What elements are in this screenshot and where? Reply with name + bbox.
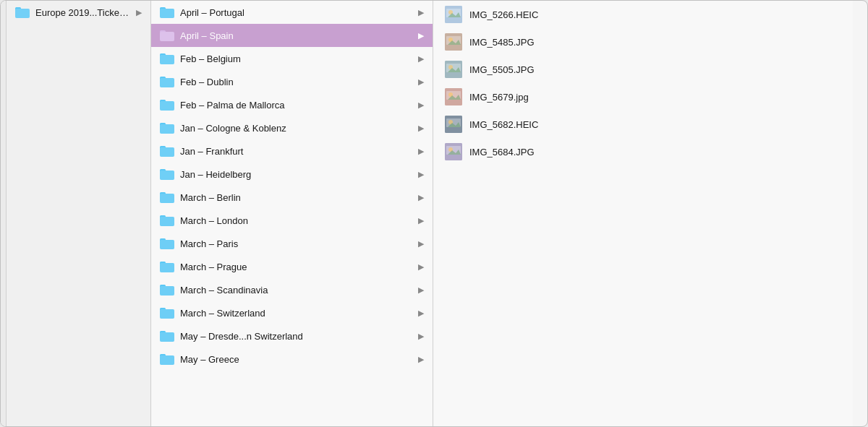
svg-rect-44 bbox=[160, 309, 174, 319]
folder-icon-may-dresden bbox=[160, 330, 174, 342]
folder-icon-jan-heidelberg bbox=[160, 168, 174, 180]
folder-item-march-paris[interactable]: March – Paris▶ bbox=[151, 232, 433, 255]
file-label-img-5679: IMG_5679.jpg bbox=[469, 92, 529, 103]
folder-label-jan-heidelberg: Jan – Heidelberg bbox=[180, 169, 412, 180]
folder-chevron-april-spain: ▶ bbox=[418, 31, 424, 40]
folder-label-april-portugal: April – Portugal bbox=[180, 7, 412, 18]
folder-icon-april-spain bbox=[160, 30, 174, 41]
folder-item-jan-heidelberg[interactable]: Jan – Heidelberg▶ bbox=[151, 163, 433, 186]
folder-chevron-jan-frankfurt: ▶ bbox=[418, 147, 424, 156]
europe-chevron: ▶ bbox=[136, 8, 142, 17]
europe-label: Europe 2019...Ticket Stubs) bbox=[35, 7, 130, 18]
svg-rect-47 bbox=[160, 332, 174, 342]
folder-label-jan-cologne: Jan – Cologne & Koblenz bbox=[180, 123, 412, 134]
svg-rect-29 bbox=[160, 194, 174, 203]
folder-chevron-jan-heidelberg: ▶ bbox=[418, 170, 424, 179]
file-item-img-5684[interactable]: IMG_5684.JPG bbox=[433, 138, 853, 165]
folder-icon-march-london bbox=[160, 215, 174, 226]
file-label-img-5684: IMG_5684.JPG bbox=[469, 147, 535, 158]
svg-rect-50 bbox=[160, 355, 174, 365]
folder-label-march-switzerland: March – Switzerland bbox=[180, 308, 412, 319]
svg-rect-38 bbox=[160, 263, 174, 272]
folder-chevron-feb-palma: ▶ bbox=[418, 100, 424, 110]
svg-rect-32 bbox=[160, 217, 174, 226]
folder-icon-jan-frankfurt bbox=[160, 145, 174, 157]
file-thumb-img-5505 bbox=[445, 61, 462, 78]
column-left-edge bbox=[1, 1, 7, 426]
folder-label-feb-belgium: Feb – Belgium bbox=[180, 53, 412, 64]
folder-icon-march-switzerland bbox=[160, 307, 174, 319]
folder-icon-feb-belgium bbox=[160, 53, 174, 64]
folder-label-may-greece: May – Greece bbox=[180, 354, 412, 365]
folder-item-jan-cologne[interactable]: Jan – Cologne & Koblenz▶ bbox=[151, 116, 433, 139]
folder-label-feb-dublin: Feb – Dublin bbox=[180, 77, 412, 87]
folder-icon-march-scandinavia bbox=[160, 284, 174, 296]
svg-rect-8 bbox=[160, 32, 174, 41]
file-thumb-img-5485 bbox=[445, 33, 462, 51]
folder-item-march-prague[interactable]: March – Prague▶ bbox=[151, 255, 433, 278]
folder-item-feb-belgium[interactable]: Feb – Belgium▶ bbox=[151, 47, 433, 70]
file-thumb-img-5682 bbox=[445, 116, 462, 133]
folder-icon-jan-cologne bbox=[160, 122, 174, 134]
folder-chevron-feb-dublin: ▶ bbox=[418, 77, 424, 87]
file-thumb-img-5679 bbox=[445, 88, 462, 105]
folder-label-may-dresden: May – Dresde...n Switzerland bbox=[180, 331, 412, 342]
folder-icon-europe bbox=[15, 7, 30, 18]
folder-chevron-march-switzerland: ▶ bbox=[418, 309, 424, 318]
folder-label-march-berlin: March – Berlin bbox=[180, 192, 412, 203]
folder-icon-feb-palma bbox=[160, 99, 174, 111]
svg-rect-26 bbox=[160, 171, 174, 180]
file-thumb-img-5266 bbox=[445, 6, 462, 23]
folder-label-jan-frankfurt: Jan – Frankfurt bbox=[180, 146, 412, 157]
svg-rect-11 bbox=[160, 55, 174, 64]
folder-label-march-london: March – London bbox=[180, 215, 412, 226]
folder-item-march-scandinavia[interactable]: March – Scandinavia▶ bbox=[151, 278, 433, 301]
folder-icon-april-portugal bbox=[160, 7, 174, 18]
file-thumb-img-5684 bbox=[445, 143, 462, 160]
folder-item-may-dresden[interactable]: May – Dresde...n Switzerland▶ bbox=[151, 324, 433, 348]
file-item-img-5505[interactable]: IMG_5505.JPG bbox=[433, 56, 853, 83]
file-item-img-5266[interactable]: IMG_5266.HEIC bbox=[433, 1, 853, 28]
folder-chevron-feb-belgium: ▶ bbox=[418, 54, 424, 64]
folder-icon-march-prague bbox=[160, 261, 174, 272]
folder-item-march-switzerland[interactable]: March – Switzerland▶ bbox=[151, 301, 433, 324]
folder-chevron-march-prague: ▶ bbox=[418, 262, 424, 272]
folder-icon-march-berlin bbox=[160, 191, 174, 203]
svg-rect-17 bbox=[160, 101, 174, 111]
folder-item-jan-frankfurt[interactable]: Jan – Frankfurt▶ bbox=[151, 139, 433, 163]
folder-chevron-march-scandinavia: ▶ bbox=[418, 285, 424, 295]
sidebar-item-europe2019[interactable]: Europe 2019...Ticket Stubs) ▶ bbox=[7, 1, 150, 24]
column-2-folders[interactable]: April – Portugal▶ April – Spain▶ Feb – B… bbox=[151, 1, 433, 426]
folder-item-april-portugal[interactable]: April – Portugal▶ bbox=[151, 1, 433, 24]
svg-rect-14 bbox=[160, 78, 174, 87]
folder-chevron-may-greece: ▶ bbox=[418, 355, 424, 364]
folder-label-feb-palma: Feb – Palma de Mallorca bbox=[180, 100, 412, 111]
folder-chevron-march-berlin: ▶ bbox=[418, 193, 424, 202]
folder-icon-feb-dublin bbox=[160, 76, 174, 87]
svg-rect-5 bbox=[160, 9, 174, 18]
column-1: Europe 2019...Ticket Stubs) ▶ bbox=[7, 1, 151, 426]
file-item-img-5679[interactable]: IMG_5679.jpg bbox=[433, 83, 853, 111]
svg-rect-2 bbox=[15, 9, 30, 18]
file-label-img-5505: IMG_5505.JPG bbox=[469, 64, 535, 75]
folder-item-feb-dublin[interactable]: Feb – Dublin▶ bbox=[151, 70, 433, 93]
folder-label-march-paris: March – Paris bbox=[180, 238, 412, 249]
folder-chevron-jan-cologne: ▶ bbox=[418, 124, 424, 133]
folder-icon-march-paris bbox=[160, 238, 174, 249]
svg-rect-23 bbox=[160, 147, 174, 157]
folder-item-march-berlin[interactable]: March – Berlin▶ bbox=[151, 186, 433, 209]
file-label-img-5485: IMG_5485.JPG bbox=[469, 37, 535, 48]
folder-chevron-march-london: ▶ bbox=[418, 216, 424, 225]
folder-chevron-april-portugal: ▶ bbox=[418, 8, 424, 17]
folder-item-april-spain[interactable]: April – Spain▶ bbox=[151, 24, 433, 47]
file-item-img-5485[interactable]: IMG_5485.JPG bbox=[433, 28, 853, 56]
folder-item-feb-palma[interactable]: Feb – Palma de Mallorca▶ bbox=[151, 93, 433, 116]
folder-item-march-london[interactable]: March – London▶ bbox=[151, 209, 433, 232]
folder-item-may-greece[interactable]: May – Greece▶ bbox=[151, 348, 433, 371]
folder-label-march-prague: March – Prague bbox=[180, 262, 412, 272]
file-item-img-5682[interactable]: IMG_5682.HEIC bbox=[433, 111, 853, 138]
folder-chevron-march-paris: ▶ bbox=[418, 239, 424, 249]
folder-label-april-spain: April – Spain bbox=[180, 30, 412, 41]
folder-icon-may-greece bbox=[160, 353, 174, 365]
folder-label-march-scandinavia: March – Scandinavia bbox=[180, 285, 412, 296]
